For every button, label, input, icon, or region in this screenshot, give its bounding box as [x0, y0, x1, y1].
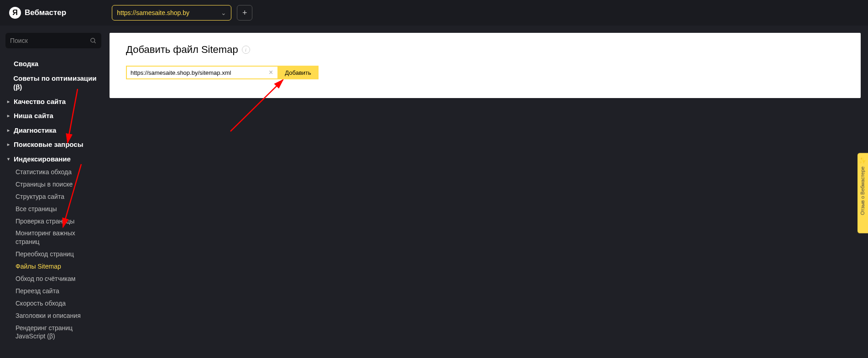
sidebar-subitem-counter-crawl[interactable]: Обход по счётчикам: [5, 273, 101, 285]
sitemap-url-input[interactable]: [126, 66, 279, 79]
sidebar-item-label: Индексирование: [14, 155, 71, 164]
sitemap-url-row: × Добавить: [126, 66, 844, 79]
sidebar-item-label: Сводка: [14, 59, 38, 68]
sidebar-subitem-important-monitoring[interactable]: Мониторинг важных страниц: [5, 227, 101, 248]
sidebar-subitem-recrawl[interactable]: Переобход страниц: [5, 248, 101, 260]
logo[interactable]: Я Вебмастер: [9, 7, 66, 19]
main: Поиск ▶Сводка ▶Советы по оптимизации (β)…: [0, 26, 868, 358]
sidebar-item-label: Диагностика: [14, 126, 56, 135]
caret-right-icon: ▸: [7, 127, 12, 133]
sidebar-item-label: Качество сайта: [14, 97, 66, 106]
search-input[interactable]: Поиск: [5, 33, 101, 48]
search-placeholder: Поиск: [10, 37, 28, 44]
plus-icon: +: [242, 8, 247, 18]
yandex-logo-icon: Я: [9, 7, 21, 19]
sidebar-item-summary[interactable]: ▶Сводка: [5, 57, 101, 71]
magic-wand-icon: ✨: [859, 156, 866, 164]
svg-point-0: [91, 38, 95, 42]
sidebar-subitem-site-move[interactable]: Переезд сайта: [5, 285, 101, 297]
add-sitemap-panel: Добавить файл Sitemap i × Добавить: [110, 33, 861, 98]
sidebar-subitem-crawl-rate[interactable]: Скорость обхода: [5, 297, 101, 310]
sidebar-item-indexing[interactable]: ▾Индексирование: [5, 152, 101, 166]
sidebar-subitem-js-rendering[interactable]: Рендеринг страниц JavaScript (β): [5, 322, 101, 343]
caret-right-icon: ▸: [7, 99, 12, 104]
sidebar-subitem-pages-in-search[interactable]: Страницы в поиске: [5, 178, 101, 191]
sidebar-subitem-sitemap-files[interactable]: Файлы Sitemap: [5, 260, 101, 273]
sidebar-subitem-site-structure[interactable]: Структура сайта: [5, 191, 101, 203]
sidebar: Поиск ▶Сводка ▶Советы по оптимизации (β)…: [0, 26, 107, 358]
content: Добавить файл Sitemap i × Добавить: [107, 26, 868, 358]
panel-title-text: Добавить файл Sitemap: [126, 44, 238, 56]
caret-right-icon: ▸: [7, 113, 12, 119]
product-name: Вебмастер: [25, 8, 66, 17]
sidebar-item-label: Поисковые запросы: [14, 140, 83, 149]
sidebar-item-optimization-tips[interactable]: ▶Советы по оптимизации (β): [5, 71, 101, 94]
sidebar-item-label: Советы по оптимизации (β): [13, 74, 99, 92]
sidebar-item-site-quality[interactable]: ▸Качество сайта: [5, 94, 101, 109]
clear-input-icon[interactable]: ×: [269, 68, 273, 77]
sidebar-item-diagnostics[interactable]: ▸Диагностика: [5, 123, 101, 138]
sidebar-subitem-all-pages[interactable]: Все страницы: [5, 203, 101, 215]
svg-line-1: [94, 42, 95, 43]
info-icon[interactable]: i: [242, 46, 250, 54]
sidebar-item-search-queries[interactable]: ▸Поисковые запросы: [5, 137, 101, 152]
sidebar-subitem-titles-descriptions[interactable]: Заголовки и описания: [5, 310, 101, 322]
site-selector[interactable]: https://samesaite.shop.by ⌄: [112, 5, 231, 21]
sidebar-subitem-page-check[interactable]: Проверка страницы: [5, 215, 101, 228]
panel-title: Добавить файл Sitemap i: [126, 44, 844, 56]
sidebar-subitem-crawl-stats[interactable]: Статистика обхода: [5, 166, 101, 178]
caret-down-icon: ▾: [7, 156, 12, 162]
caret-right-icon: ▸: [7, 141, 12, 147]
feedback-label: Отзыв о Вебмастере: [860, 166, 866, 215]
add-site-button[interactable]: +: [237, 5, 252, 21]
sidebar-item-niche[interactable]: ▸Ниша сайта: [5, 109, 101, 123]
feedback-tab[interactable]: Отзыв о Вебмастере ✨: [858, 153, 868, 233]
topbar: Я Вебмастер https://samesaite.shop.by ⌄ …: [0, 0, 868, 26]
add-sitemap-button[interactable]: Добавить: [277, 66, 318, 79]
chevron-down-icon: ⌄: [221, 9, 226, 16]
site-selector-value: https://samesaite.shop.by: [117, 9, 189, 16]
search-icon: [90, 37, 97, 44]
sidebar-item-label: Ниша сайта: [14, 111, 53, 120]
